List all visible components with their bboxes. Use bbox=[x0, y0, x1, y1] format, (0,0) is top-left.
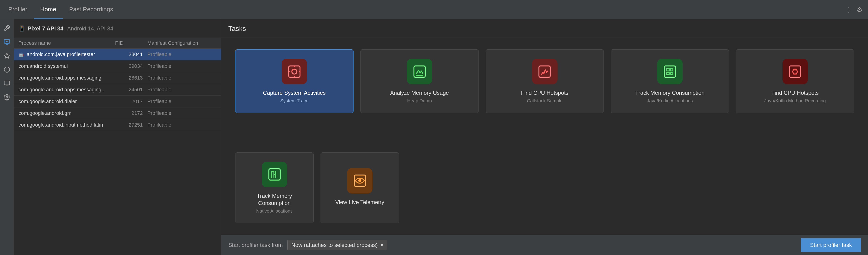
sidebar-icon-profiler[interactable] bbox=[2, 37, 12, 47]
tab-past-recordings[interactable]: Past Recordings bbox=[63, 0, 120, 19]
task-card-view-live-telemetry[interactable]: View Live Telemetry bbox=[320, 152, 399, 223]
process-name-cell: com.google.android.gm bbox=[19, 110, 115, 116]
task-icon-view-live-telemetry bbox=[347, 168, 372, 193]
device-version: Android 14, API 34 bbox=[67, 25, 113, 32]
task-icon-analyze-memory-usage bbox=[407, 59, 432, 84]
pid-cell: 2172 bbox=[115, 110, 147, 116]
process-table: Process name PID Manifest Configuration … bbox=[14, 38, 221, 255]
process-row[interactable]: com.google.android.apps.messaging 28613 … bbox=[14, 72, 221, 84]
sidebar-icon-monitor[interactable] bbox=[2, 78, 12, 89]
manifest-cell: Profileable bbox=[147, 63, 217, 69]
col-pid: PID bbox=[115, 40, 147, 46]
task-icon-track-memory-java bbox=[657, 59, 683, 84]
manifest-cell: Profileable bbox=[147, 122, 217, 128]
task-title-track-memory-java: Track Memory Consumption bbox=[635, 89, 705, 96]
process-row[interactable]: com.android.systemui 29034 Profileable bbox=[14, 60, 221, 72]
task-title-view-live-telemetry: View Live Telemetry bbox=[335, 198, 384, 206]
svg-marker-1 bbox=[4, 53, 9, 58]
task-card-track-memory-native[interactable]: Track Memory Consumption Native Allocati… bbox=[235, 152, 314, 223]
task-icon-capture-system-activities bbox=[282, 59, 307, 84]
manifest-cell: Profileable bbox=[147, 75, 217, 81]
process-row[interactable]: com.google.android.gm 2172 Profileable bbox=[14, 107, 221, 119]
pid-cell: 28041 bbox=[115, 52, 147, 57]
svg-rect-3 bbox=[4, 81, 9, 85]
process-name-cell: com.google.android.apps.messaging bbox=[19, 75, 115, 81]
process-name-cell: 🤖 android.com.java.profilertester bbox=[19, 52, 115, 57]
process-name-cell: com.google.android.dialer bbox=[19, 98, 115, 104]
manifest-cell: Profileable bbox=[147, 110, 217, 116]
sidebar-icon-clock[interactable] bbox=[2, 65, 12, 75]
dropdown-value: Now (attaches to selected process) bbox=[291, 242, 378, 248]
device-name: Pixel 7 API 34 bbox=[28, 25, 63, 32]
task-subtitle-analyze-memory-usage: Heap Dump bbox=[407, 98, 432, 103]
device-header: 📱 Pixel 7 API 34 Android 14, API 34 bbox=[14, 19, 221, 38]
svg-point-14 bbox=[358, 179, 361, 182]
pid-cell: 24501 bbox=[115, 87, 147, 93]
process-name-cell: com.google.android.inputmethod.latin bbox=[19, 122, 115, 128]
main-layout: 📱 Pixel 7 API 34 Android 14, API 34 Proc… bbox=[0, 19, 868, 255]
settings-button[interactable]: ⚙ bbox=[856, 5, 863, 14]
task-title-find-cpu-hotspots-java: Find CPU Hotspots bbox=[771, 89, 819, 96]
process-table-header: Process name PID Manifest Configuration bbox=[14, 38, 221, 49]
start-from-dropdown[interactable]: Now (attaches to selected process) ▾ bbox=[287, 240, 387, 250]
process-row[interactable]: com.google.android.dialer 2017 Profileab… bbox=[14, 96, 221, 107]
task-card-find-cpu-hotspots-callstack[interactable]: Find CPU Hotspots Callstack Sample bbox=[486, 49, 604, 113]
top-tabs-actions: ⋮ ⚙ bbox=[845, 5, 863, 14]
left-panel: 📱 Pixel 7 API 34 Android 14, API 34 Proc… bbox=[14, 19, 221, 255]
task-title-analyze-memory-usage: Analyze Memory Usage bbox=[390, 89, 449, 96]
top-tabs-bar: Profiler Home Past Recordings ⋮ ⚙ bbox=[0, 0, 868, 19]
task-subtitle-track-memory-java: Java/Kotlin Allocations bbox=[647, 98, 693, 103]
task-card-find-cpu-hotspots-java[interactable]: Find CPU Hotspots Java/Kotlin Method Rec… bbox=[736, 49, 854, 113]
tasks-header: Tasks bbox=[221, 19, 868, 38]
task-card-track-memory-java[interactable]: Track Memory Consumption Java/Kotlin All… bbox=[611, 49, 729, 113]
bottom-bar: Start profiler task from Now (attaches t… bbox=[221, 235, 868, 255]
svg-rect-10 bbox=[664, 66, 676, 77]
sidebar-icon-settings2[interactable] bbox=[2, 92, 12, 102]
right-panel: Tasks Capture System Activities System T… bbox=[221, 19, 868, 255]
more-options-button[interactable]: ⋮ bbox=[845, 5, 853, 14]
manifest-cell: Profileable bbox=[147, 98, 217, 104]
pid-cell: 28613 bbox=[115, 75, 147, 81]
task-subtitle-capture-system-activities: System Trace bbox=[280, 98, 308, 103]
process-row[interactable]: com.google.android.apps.messaging... 245… bbox=[14, 84, 221, 96]
svg-point-4 bbox=[6, 97, 8, 98]
task-subtitle-find-cpu-hotspots-java: Java/Kotlin Method Recording bbox=[764, 98, 826, 103]
sidebar-icons bbox=[0, 19, 14, 255]
task-card-analyze-memory-usage[interactable]: Analyze Memory Usage Heap Dump bbox=[361, 49, 479, 113]
col-process-name: Process name bbox=[19, 40, 115, 46]
col-manifest: Manifest Configuration bbox=[147, 40, 217, 46]
tab-home[interactable]: Home bbox=[34, 0, 62, 19]
start-profiler-label: Start profiler task from bbox=[228, 242, 283, 248]
svg-rect-11 bbox=[789, 66, 801, 77]
task-icon-find-cpu-hotspots-callstack bbox=[532, 59, 557, 84]
dropdown-arrow-icon: ▾ bbox=[380, 242, 383, 248]
sidebar-icon-tool[interactable] bbox=[2, 23, 12, 33]
process-rows-container: 🤖 android.com.java.profilertester 28041 … bbox=[14, 49, 221, 131]
process-row[interactable]: com.google.android.inputmethod.latin 272… bbox=[14, 119, 221, 131]
task-card-capture-system-activities[interactable]: Capture System Activities System Trace bbox=[235, 49, 353, 113]
tasks-grid-row2: Track Memory Consumption Native Allocati… bbox=[221, 152, 868, 235]
process-row[interactable]: 🤖 android.com.java.profilertester 28041 … bbox=[14, 49, 221, 60]
manifest-cell: Profileable bbox=[147, 87, 217, 93]
device-icon: 📱 bbox=[19, 25, 25, 32]
task-icon-track-memory-native bbox=[262, 162, 287, 187]
task-title-find-cpu-hotspots-callstack: Find CPU Hotspots bbox=[521, 89, 568, 96]
sidebar-icon-star[interactable] bbox=[2, 51, 12, 61]
pid-cell: 27251 bbox=[115, 122, 147, 128]
process-icon: 🤖 bbox=[19, 52, 24, 57]
process-name-cell: com.google.android.apps.messaging... bbox=[19, 87, 115, 93]
start-profiler-button[interactable]: Start profiler task bbox=[801, 238, 861, 252]
pid-cell: 29034 bbox=[115, 63, 147, 69]
task-title-track-memory-native: Track Memory Consumption bbox=[240, 192, 309, 206]
process-name-cell: com.android.systemui bbox=[19, 63, 115, 69]
pid-cell: 2017 bbox=[115, 98, 147, 104]
manifest-cell: Profileable bbox=[147, 52, 217, 57]
task-icon-find-cpu-hotspots-java bbox=[782, 59, 808, 84]
tasks-grid-row1: Capture System Activities System Trace A… bbox=[221, 38, 868, 152]
task-subtitle-track-memory-native: Native Allocations bbox=[256, 209, 292, 214]
task-title-capture-system-activities: Capture System Activities bbox=[263, 89, 326, 96]
svg-rect-8 bbox=[416, 75, 424, 76]
tab-profiler[interactable]: Profiler bbox=[2, 0, 34, 19]
svg-rect-5 bbox=[289, 66, 300, 77]
task-subtitle-find-cpu-hotspots-callstack: Callstack Sample bbox=[527, 98, 563, 103]
